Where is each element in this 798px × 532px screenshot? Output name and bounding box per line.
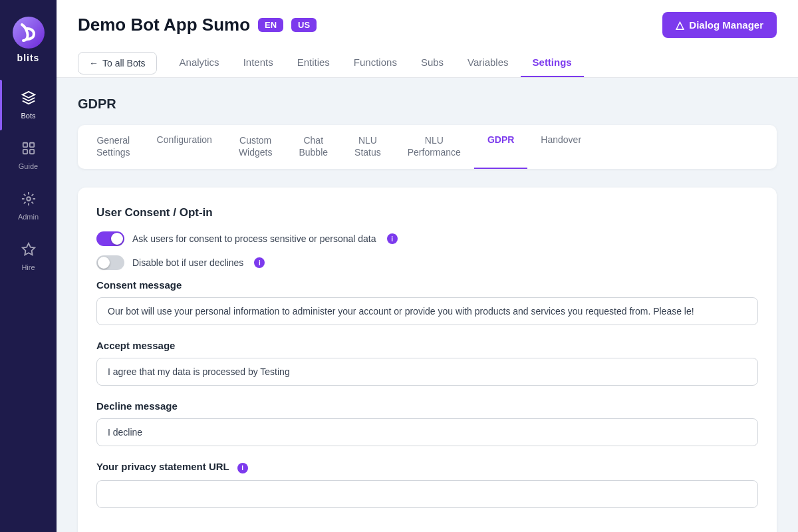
decline-message-group: Decline message — [96, 400, 758, 446]
consent-section-title: User Consent / Opt-in — [96, 206, 758, 219]
toggle-consent[interactable] — [96, 231, 124, 246]
sub-tab-custom-widgets[interactable]: CustomWidgets — [225, 125, 286, 169]
header-title-row: Demo Bot App Sumo EN US — [78, 15, 317, 35]
gdpr-form-section: User Consent / Opt-in Ask users for cons… — [78, 188, 777, 532]
back-to-bots-button[interactable]: ← To all Bots — [78, 52, 157, 74]
tab-subs[interactable]: Subs — [409, 49, 456, 77]
accept-message-group: Accept message — [96, 340, 758, 386]
tab-analytics[interactable]: Analytics — [168, 49, 231, 77]
tab-entities[interactable]: Entities — [285, 49, 342, 77]
sub-tab-nlu-status[interactable]: NLUStatus — [341, 125, 394, 169]
toggle-dot-consent — [111, 233, 123, 245]
info-icon-disable[interactable]: i — [254, 257, 265, 268]
sidebar-nav: Bots Guide Admin — [0, 80, 57, 532]
sidebar-item-bots[interactable]: Bots — [0, 80, 57, 130]
main-content: Demo Bot App Sumo EN US △ Dialog Manager… — [57, 0, 798, 532]
header: Demo Bot App Sumo EN US △ Dialog Manager… — [57, 0, 798, 78]
sidebar-item-bots-label: Bots — [21, 112, 35, 120]
tab-variables[interactable]: Variables — [456, 49, 520, 77]
info-icon-consent[interactable]: i — [387, 233, 398, 244]
info-icon-privacy[interactable]: i — [237, 463, 248, 473]
toggle-bg-consent — [96, 231, 124, 246]
content-area: GDPR GeneralSettings Configuration Custo… — [57, 78, 798, 532]
sub-tab-general[interactable]: GeneralSettings — [83, 125, 144, 169]
hire-icon — [21, 242, 36, 260]
privacy-url-input[interactable] — [96, 480, 758, 508]
tab-settings[interactable]: Settings — [521, 49, 584, 77]
toggle-row-consent: Ask users for consent to process sensiti… — [96, 231, 758, 246]
bots-icon — [21, 90, 36, 108]
sub-tab-handover[interactable]: Handover — [527, 125, 595, 169]
consent-message-group: Consent message — [96, 279, 758, 325]
guide-icon — [21, 141, 36, 159]
toggle-row-disable: Disable bot if user declines i — [96, 255, 758, 270]
sub-tab-gdpr[interactable]: GDPR — [474, 125, 527, 169]
svg-marker-6 — [22, 243, 34, 255]
sidebar-logo-text: blits — [17, 53, 40, 63]
svg-point-5 — [27, 197, 31, 201]
accept-message-input[interactable] — [96, 358, 758, 386]
toggle-bg-disable — [96, 255, 124, 270]
app-title: Demo Bot App Sumo — [78, 15, 250, 35]
sub-tabs: GeneralSettings Configuration CustomWidg… — [78, 125, 777, 169]
section-title: GDPR — [78, 96, 777, 112]
svg-rect-2 — [29, 143, 33, 147]
privacy-url-group: Your privacy statement URL i — [96, 461, 758, 508]
tab-functions[interactable]: Functions — [342, 49, 409, 77]
sub-tab-nlu-performance[interactable]: NLUPerformance — [394, 125, 474, 169]
decline-message-input[interactable] — [96, 418, 758, 446]
toggle-disable-label: Disable bot if user declines — [132, 257, 243, 268]
sidebar-item-guide[interactable]: Guide — [0, 130, 57, 181]
dialog-manager-button[interactable]: △ Dialog Manager — [662, 12, 777, 38]
dialog-icon: △ — [676, 19, 684, 31]
svg-rect-1 — [23, 143, 27, 147]
sidebar: blits Bots Guide — [0, 0, 57, 532]
decline-message-label: Decline message — [96, 400, 758, 412]
sidebar-item-admin[interactable]: Admin — [0, 181, 57, 231]
sub-tab-configuration[interactable]: Configuration — [144, 125, 225, 169]
badge-en: EN — [258, 18, 283, 32]
blits-logo-icon — [13, 17, 45, 49]
sidebar-item-guide-label: Guide — [19, 162, 38, 170]
svg-rect-3 — [23, 150, 27, 154]
sub-tab-chat-bubble[interactable]: ChatBubble — [285, 125, 341, 169]
tab-intents[interactable]: Intents — [231, 49, 285, 77]
header-top: Demo Bot App Sumo EN US △ Dialog Manager — [78, 12, 777, 38]
sidebar-item-admin-label: Admin — [18, 213, 39, 221]
admin-icon — [21, 192, 36, 209]
accept-message-label: Accept message — [96, 340, 758, 351]
svg-rect-4 — [29, 150, 33, 154]
consent-message-label: Consent message — [96, 279, 758, 291]
sidebar-item-hire-label: Hire — [21, 263, 35, 271]
back-arrow-icon: ← — [89, 58, 98, 68]
sidebar-item-hire[interactable]: Hire — [0, 231, 57, 282]
sidebar-logo: blits — [0, 0, 57, 80]
toggle-dot-disable — [98, 257, 110, 269]
toggle-disable[interactable] — [96, 255, 124, 270]
consent-message-input[interactable] — [96, 297, 758, 325]
privacy-url-label: Your privacy statement URL i — [96, 461, 758, 473]
toggle-consent-label: Ask users for consent to process sensiti… — [132, 233, 376, 244]
badge-us: US — [291, 18, 317, 32]
nav-tabs: ← To all Bots Analytics Intents Entities… — [78, 49, 777, 77]
